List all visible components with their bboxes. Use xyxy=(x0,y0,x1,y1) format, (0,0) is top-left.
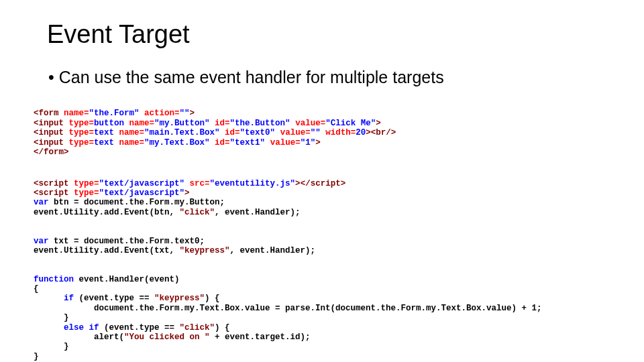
code-token: (event.type == xyxy=(99,323,180,333)
code-token: } xyxy=(34,352,39,361)
code-token: > xyxy=(295,179,301,188)
code-token xyxy=(34,294,64,303)
code-token: document.the.Form.my.Text.Box.value = pa… xyxy=(34,304,542,313)
code-token: type= xyxy=(69,138,95,147)
code-token: <script xyxy=(34,188,74,198)
code-token: event.Utility.add.Event(btn, xyxy=(34,208,180,217)
code-token: <input xyxy=(34,119,69,128)
code-token: id= xyxy=(215,119,230,128)
code-token: value= xyxy=(295,119,325,128)
code-token: txt = document.the.Form.text0; xyxy=(49,237,205,246)
code-token: btn = document.the.Form.my.Button; xyxy=(49,198,225,207)
code-token: event.Utility.add.Event(txt, xyxy=(34,246,180,255)
code-token: type= xyxy=(69,128,95,137)
code-token: "text/javascript" xyxy=(99,179,190,188)
code-token: + event.target.id); xyxy=(210,333,311,342)
code-token: "my.Text.Box" xyxy=(144,138,215,147)
code-token: name= xyxy=(129,119,155,128)
code-token: name= xyxy=(119,128,145,137)
code-token: var xyxy=(34,198,49,207)
slide-title: Event Target xyxy=(47,20,610,49)
code-token: <br/> xyxy=(371,128,396,137)
bullet-text: Can use the same event handler for multi… xyxy=(48,68,610,87)
code-token: ) { xyxy=(205,294,220,303)
code-token xyxy=(34,323,64,333)
code-block-script2: var txt = document.the.Form.text0; event… xyxy=(34,227,610,255)
code-token: id= xyxy=(225,128,240,137)
code-token: "keypress" xyxy=(154,294,205,303)
code-token: "keypress" xyxy=(180,246,230,255)
code-token: id= xyxy=(215,138,230,147)
code-token: , event.Handler); xyxy=(215,208,301,217)
code-token: else if xyxy=(64,323,99,333)
code-token: alert( xyxy=(34,333,124,342)
code-block-script1: <script type="text/javascript" src="even… xyxy=(34,169,610,217)
code-token: if xyxy=(64,294,74,303)
code-token: ) { xyxy=(215,323,230,333)
code-token: "click" xyxy=(180,323,215,333)
code-token: <script xyxy=(34,179,74,188)
code-token: <input xyxy=(34,128,69,137)
code-token: <form xyxy=(34,109,64,118)
code-token: "You clicked on " xyxy=(124,333,210,342)
code-token: function xyxy=(34,275,74,284)
code-token: </form> xyxy=(34,147,69,157)
code-block-html: <form name="the.Form" action=""> <input … xyxy=(34,99,610,157)
code-token: text xyxy=(94,138,119,147)
code-token: type= xyxy=(74,188,99,198)
code-token: "Click Me" xyxy=(325,119,376,128)
code-token: > xyxy=(315,138,321,147)
code-token: "1" xyxy=(301,138,316,147)
code-token: "the.Button" xyxy=(230,119,296,128)
code-token: { xyxy=(34,284,39,294)
code-token: } xyxy=(34,342,69,351)
code-token: "the.Form" xyxy=(89,109,145,118)
code-token: name= xyxy=(64,109,89,118)
code-token: "eventutility.js" xyxy=(210,179,296,188)
code-token: 20 xyxy=(356,128,366,137)
code-token: "" xyxy=(311,128,326,137)
code-token: type= xyxy=(69,119,95,128)
code-token: var xyxy=(34,237,49,246)
code-token: "main.Text.Box" xyxy=(144,128,225,137)
code-token: type= xyxy=(74,179,99,188)
code-token: name= xyxy=(119,138,145,147)
code-token: </script> xyxy=(301,179,346,188)
code-token: "my.Button" xyxy=(154,119,215,128)
code-token: <input xyxy=(34,138,69,147)
code-token: "text/javascript" xyxy=(99,188,185,198)
code-token: > xyxy=(376,119,381,128)
code-token: value= xyxy=(280,128,311,137)
code-token: (event.type == xyxy=(74,294,154,303)
code-token: text xyxy=(94,128,119,137)
code-token: "text1" xyxy=(230,138,270,147)
code-token: event.Handler(event) xyxy=(74,275,180,284)
code-token: "" xyxy=(180,109,190,118)
code-token: > xyxy=(366,128,371,137)
code-token: width= xyxy=(325,128,356,137)
code-token: > xyxy=(190,109,195,118)
code-token: > xyxy=(184,188,190,198)
code-token: action= xyxy=(144,109,180,118)
code-token: "click" xyxy=(180,208,215,217)
code-token: "text0" xyxy=(240,128,280,137)
code-token: } xyxy=(34,313,69,322)
code-token: , event.Handler); xyxy=(230,246,316,255)
code-token: src= xyxy=(190,179,210,188)
code-block-function: function event.Handler(event) { if (even… xyxy=(34,265,610,362)
code-token: button xyxy=(94,119,129,128)
code-token: value= xyxy=(270,138,301,147)
